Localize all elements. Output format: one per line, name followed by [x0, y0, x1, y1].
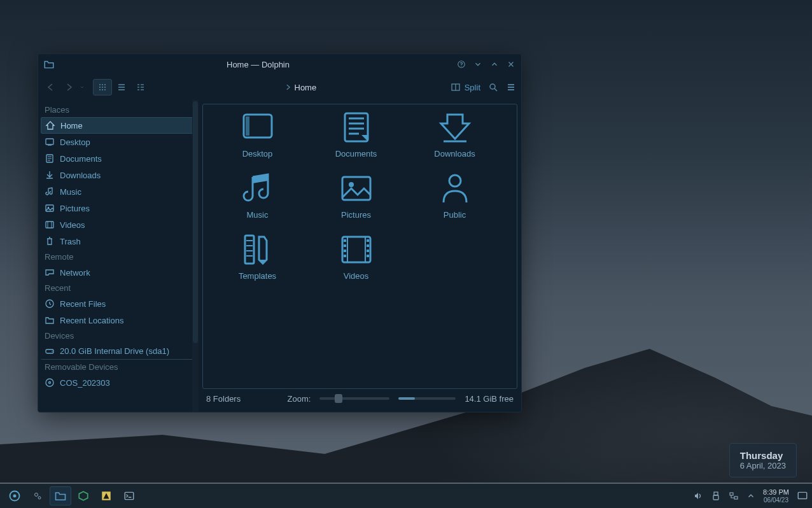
sidebar-item-label: Trash	[60, 237, 81, 246]
sidebar-item-desktop[interactable]: Desktop	[41, 134, 199, 150]
folder-desktop[interactable]: Desktop	[208, 109, 307, 171]
search-button[interactable]	[488, 82, 498, 92]
sidebar-item-trash[interactable]: Trash	[41, 233, 199, 250]
chevron-right-icon	[284, 83, 292, 91]
forward-dropdown[interactable]	[79, 80, 85, 95]
tray-expand-icon[interactable]	[746, 491, 755, 500]
sidebar-section-remote: Remote	[41, 250, 199, 264]
hamburger-menu-button[interactable]	[506, 82, 516, 92]
zoom-slider[interactable]	[319, 397, 389, 400]
sidebar-item-label: Music	[60, 187, 81, 197]
minimize-button[interactable]	[473, 59, 483, 69]
titlebar[interactable]: Home — Dolphin	[38, 54, 521, 74]
svg-rect-75	[367, 250, 369, 252]
svg-rect-66	[342, 237, 370, 262]
trash-icon	[45, 236, 55, 246]
split-button[interactable]: Split	[451, 82, 480, 92]
documents-icon	[45, 153, 55, 164]
sidebar-scrollbar[interactable]	[192, 100, 199, 412]
sidebar-item-label: Home	[60, 121, 83, 131]
sidebar-item-recent-files[interactable]: Recent Files	[41, 295, 199, 312]
status-bar: 8 Folders Zoom: 14.1 GiB free	[202, 389, 517, 408]
folder-label: Music	[247, 210, 269, 220]
close-button[interactable]	[506, 59, 516, 69]
taskbar: 8:39 PM 06/04/23	[0, 484, 812, 508]
disk-icon	[45, 346, 55, 356]
sidebar-item-label: Pictures	[60, 204, 90, 213]
folder-pictures[interactable]: Pictures	[307, 171, 405, 232]
folder-label: Videos	[344, 271, 369, 281]
detail-view-button[interactable]	[131, 79, 150, 95]
sidebar-section-devices: Devices	[41, 328, 199, 343]
breadcrumb[interactable]: Home	[153, 83, 448, 92]
folder-documents[interactable]: Documents	[307, 109, 405, 171]
settings-launcher[interactable]	[27, 486, 48, 505]
folder-music[interactable]: Music	[208, 171, 307, 232]
downloads-folder-icon	[437, 109, 473, 145]
folder-downloads[interactable]: Downloads	[405, 109, 504, 171]
sidebar-item-videos[interactable]: Videos	[41, 216, 199, 233]
svg-point-58	[349, 182, 354, 187]
clock-icon	[45, 299, 55, 309]
documents-folder-icon	[339, 109, 374, 145]
show-desktop-button[interactable]	[797, 490, 808, 502]
svg-rect-49	[246, 116, 249, 136]
sidebar-item-home[interactable]: Home	[41, 117, 199, 134]
optical-icon	[45, 377, 55, 388]
calendar-dow: Thursday	[740, 450, 786, 461]
dolphin-window: Home — Dolphin Home Split	[38, 53, 522, 413]
sidebar-item-pictures[interactable]: Pictures	[41, 200, 199, 216]
folder-videos[interactable]: Videos	[307, 232, 405, 293]
svg-point-78	[13, 495, 17, 498]
tray-volume-icon[interactable]	[693, 491, 703, 501]
icon-view-button[interactable]	[93, 79, 112, 95]
forward-button[interactable]	[61, 80, 76, 95]
sidebar-item-cos-202303[interactable]: COS_202303	[41, 374, 199, 391]
task-terminal[interactable]	[118, 486, 140, 505]
sidebar-item-recent-locations[interactable]: Recent Locations	[41, 312, 199, 328]
folder-label: Desktop	[242, 149, 273, 159]
taskbar-clock[interactable]: 8:39 PM 06/04/23	[763, 488, 789, 504]
network-icon	[45, 267, 55, 278]
calendar-widget[interactable]: Thursday 6 April, 2023	[729, 443, 797, 477]
back-button[interactable]	[43, 80, 59, 95]
task-dolphin[interactable]	[50, 486, 71, 505]
status-free: 14.1 GiB free	[465, 394, 514, 404]
sidebar-item-label: Recent Locations	[60, 316, 123, 325]
zoom-label: Zoom:	[288, 394, 311, 404]
calendar-date: 6 April, 2023	[740, 461, 786, 470]
svg-rect-76	[367, 255, 369, 257]
disk-usage-bar	[398, 397, 456, 400]
maximize-button[interactable]	[489, 59, 500, 69]
svg-point-59	[449, 175, 461, 187]
sidebar-section-recent: Recent	[41, 281, 199, 295]
places-panel: PlacesHomeDesktopDocumentsDownloadsMusic…	[38, 100, 199, 412]
folder-app-icon	[43, 59, 55, 70]
tray-usb-icon[interactable]	[711, 491, 721, 501]
sidebar-item-20-0-gib-internal-drive-sda1-[interactable]: 20.0 GiB Internal Drive (sda1)	[41, 343, 199, 360]
sidebar-item-network[interactable]: Network	[41, 264, 199, 281]
svg-point-80	[38, 497, 41, 499]
help-button[interactable]	[456, 59, 466, 69]
sidebar-item-documents[interactable]: Documents	[41, 150, 199, 167]
compact-view-button[interactable]	[112, 79, 131, 95]
folder-view[interactable]: DesktopDocumentsDownloadsMusicPicturesPu…	[202, 104, 517, 389]
folder-public[interactable]: Public	[405, 171, 504, 232]
templates-folder-icon	[240, 232, 276, 267]
svg-rect-71	[344, 250, 346, 252]
desktop-folder-icon	[240, 109, 276, 145]
clock-time: 8:39 PM	[763, 488, 789, 497]
svg-rect-57	[342, 177, 370, 200]
task-app-green[interactable]	[73, 486, 94, 505]
svg-point-79	[35, 493, 38, 497]
tray-network-icon[interactable]	[729, 491, 739, 501]
app-launcher[interactable]	[4, 486, 25, 505]
sidebar-item-music[interactable]: Music	[41, 183, 199, 200]
folder-templates[interactable]: Templates	[208, 232, 307, 293]
clock-date: 06/04/23	[763, 497, 789, 504]
public-folder-icon	[437, 171, 473, 206]
sidebar-item-label: Recent Files	[60, 299, 106, 309]
sidebar-item-downloads[interactable]: Downloads	[41, 167, 199, 183]
task-app-yellow[interactable]	[95, 486, 117, 505]
window-title: Home — Dolphin	[60, 60, 456, 69]
